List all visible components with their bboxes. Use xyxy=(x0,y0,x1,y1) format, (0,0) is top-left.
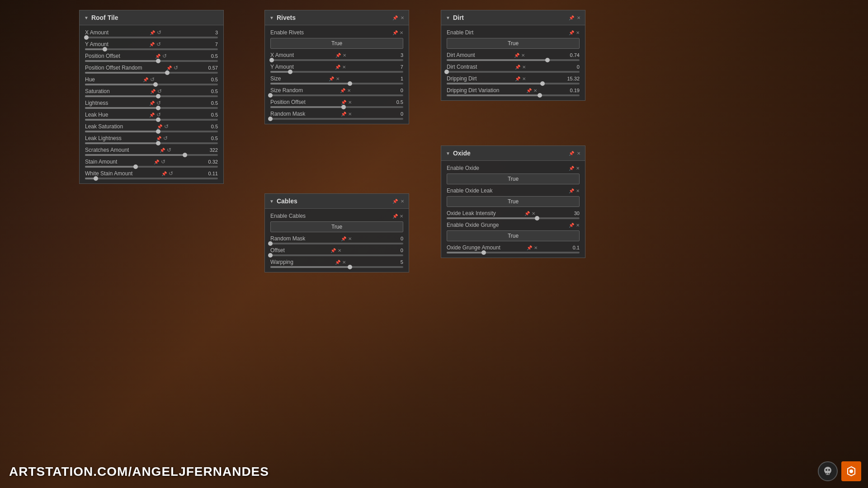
slider-track[interactable] xyxy=(447,83,580,84)
reset-icon[interactable] xyxy=(156,112,161,118)
roof-tile-header[interactable]: ▼ Roof Tile xyxy=(80,10,223,25)
pin-icon[interactable] xyxy=(335,64,340,70)
pin-icon[interactable] xyxy=(569,165,574,171)
slider-track[interactable] xyxy=(85,119,218,121)
pin-icon[interactable] xyxy=(527,245,532,250)
pin-icon[interactable] xyxy=(392,198,398,204)
pin-icon[interactable] xyxy=(526,88,532,93)
close-icon[interactable] xyxy=(342,64,346,70)
close-icon[interactable] xyxy=(533,88,537,93)
dirt-header[interactable]: ▼ Dirt xyxy=(441,10,585,25)
reset-icon[interactable] xyxy=(167,147,171,153)
pin-icon[interactable] xyxy=(341,111,346,117)
reset-icon[interactable] xyxy=(162,53,167,59)
pin-icon[interactable] xyxy=(515,76,520,81)
reset-icon[interactable] xyxy=(169,170,173,177)
pin-icon[interactable] xyxy=(143,77,148,82)
slider-track[interactable] xyxy=(85,84,218,85)
oxide-header[interactable]: ▼ Oxide xyxy=(441,146,585,161)
pin-icon[interactable] xyxy=(341,99,346,105)
close-icon[interactable] xyxy=(522,64,526,70)
enable-oxide-grunge-value[interactable]: True xyxy=(447,230,580,241)
pin-icon[interactable] xyxy=(329,76,334,81)
reset-icon[interactable] xyxy=(150,76,155,83)
close-icon[interactable] xyxy=(342,259,346,265)
close-icon[interactable] xyxy=(576,30,580,35)
pin-icon[interactable] xyxy=(154,159,159,164)
close-icon[interactable] xyxy=(343,52,346,58)
reset-icon[interactable] xyxy=(157,29,161,36)
slider-track[interactable] xyxy=(85,107,218,109)
slider-track[interactable] xyxy=(85,60,218,62)
close-icon[interactable] xyxy=(348,236,352,241)
pin-icon[interactable] xyxy=(156,136,161,141)
enable-oxide-value[interactable]: True xyxy=(447,174,580,184)
slider-track[interactable] xyxy=(85,142,218,144)
pin-icon[interactable] xyxy=(150,89,156,94)
close-icon[interactable] xyxy=(338,248,341,253)
slider-track[interactable] xyxy=(85,72,218,74)
pin-icon[interactable] xyxy=(569,30,574,35)
slider-track[interactable] xyxy=(447,94,580,96)
reset-icon[interactable] xyxy=(161,159,165,165)
pin-icon[interactable] xyxy=(340,88,345,93)
enable-oxide-leak-value[interactable]: True xyxy=(447,196,580,207)
close-icon[interactable] xyxy=(348,111,352,117)
close-icon[interactable] xyxy=(336,76,340,81)
close-icon[interactable] xyxy=(532,211,535,216)
slider-track[interactable] xyxy=(270,83,403,84)
slider-track[interactable] xyxy=(270,254,403,256)
pin-icon[interactable] xyxy=(335,259,340,265)
slider-track[interactable] xyxy=(85,37,218,38)
pin-icon[interactable] xyxy=(569,188,574,193)
close-icon[interactable] xyxy=(348,99,352,105)
slider-track[interactable] xyxy=(85,131,218,132)
slider-track[interactable] xyxy=(85,178,218,179)
pin-icon[interactable] xyxy=(569,15,574,20)
pin-icon[interactable] xyxy=(330,248,336,253)
close-icon[interactable] xyxy=(521,52,525,58)
pin-icon[interactable] xyxy=(569,222,574,228)
pin-icon[interactable] xyxy=(149,100,155,106)
pin-icon[interactable] xyxy=(335,52,341,58)
pin-icon[interactable] xyxy=(524,211,530,216)
reset-icon[interactable] xyxy=(164,123,169,130)
pin-icon[interactable] xyxy=(514,52,519,58)
pin-icon[interactable] xyxy=(160,147,165,153)
pin-icon[interactable] xyxy=(157,124,162,129)
close-icon[interactable] xyxy=(347,88,351,93)
slider-track[interactable] xyxy=(270,118,403,120)
slider-track[interactable] xyxy=(85,95,218,97)
close-icon[interactable] xyxy=(576,222,580,228)
close-icon[interactable] xyxy=(576,188,580,193)
rivets-header[interactable]: ▼ Rivets xyxy=(265,10,409,25)
pin-icon[interactable] xyxy=(569,150,574,156)
reset-icon[interactable] xyxy=(174,65,178,71)
pin-icon[interactable] xyxy=(341,236,346,241)
slider-track[interactable] xyxy=(447,217,580,219)
slider-track[interactable] xyxy=(447,252,580,253)
pin-icon[interactable] xyxy=(149,112,155,117)
close-icon[interactable] xyxy=(400,30,403,35)
reset-icon[interactable] xyxy=(163,135,168,141)
close-icon[interactable] xyxy=(534,245,538,250)
close-icon[interactable] xyxy=(576,165,580,171)
close-icon[interactable] xyxy=(401,198,404,204)
slider-track[interactable] xyxy=(447,59,580,61)
slider-track[interactable] xyxy=(270,106,403,108)
close-icon[interactable] xyxy=(522,76,526,81)
reset-icon[interactable] xyxy=(156,41,161,47)
slider-track[interactable] xyxy=(270,243,403,244)
slider-track[interactable] xyxy=(270,266,403,268)
close-icon[interactable] xyxy=(577,15,580,20)
pin-icon[interactable] xyxy=(515,64,520,70)
pin-icon[interactable] xyxy=(392,30,398,35)
slider-track[interactable] xyxy=(447,71,580,73)
slider-track[interactable] xyxy=(270,59,403,61)
close-icon[interactable] xyxy=(400,213,403,219)
pin-icon[interactable] xyxy=(150,30,155,35)
enable-cables-value[interactable]: True xyxy=(270,221,403,232)
slider-track[interactable] xyxy=(85,154,218,156)
pin-icon[interactable] xyxy=(392,15,398,20)
reset-icon[interactable] xyxy=(157,88,162,94)
